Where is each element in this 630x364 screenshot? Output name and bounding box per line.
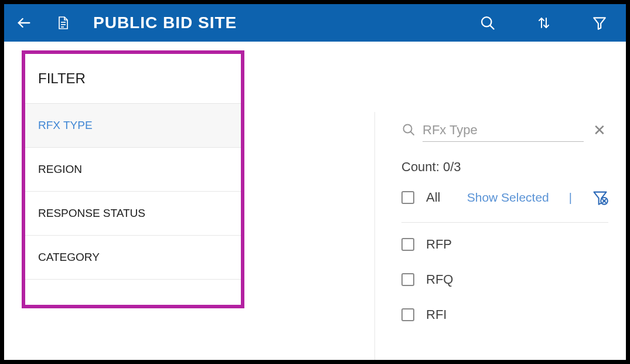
checkbox-rfi[interactable]: [401, 308, 414, 321]
filter-item-rfx-type[interactable]: RFX TYPE: [25, 104, 241, 148]
option-row-rfq[interactable]: RFQ: [401, 272, 608, 287]
option-row-rfi[interactable]: RFI: [401, 307, 608, 322]
search-input[interactable]: [423, 119, 584, 142]
clear-search-icon[interactable]: ✕: [591, 121, 608, 140]
back-icon[interactable]: [16, 15, 32, 31]
filter-header: FILTER: [25, 54, 241, 104]
checkbox-rfq[interactable]: [401, 273, 414, 286]
svg-line-5: [490, 25, 493, 29]
search-icon[interactable]: [479, 15, 496, 31]
sort-icon[interactable]: [537, 14, 551, 32]
svg-marker-8: [594, 18, 605, 29]
filter-item-region[interactable]: REGION: [25, 148, 241, 192]
app-body: FILTER RFX TYPE REGION RESPONSE STATUS C…: [4, 42, 626, 360]
header-right: [479, 14, 614, 32]
option-list: RFP RFQ RFI: [401, 237, 608, 322]
checkbox-rfp[interactable]: [401, 238, 414, 251]
filter-item-category[interactable]: CATEGORY: [25, 236, 241, 280]
page-title: PUBLIC BID SITE: [93, 13, 237, 32]
option-row-rfp[interactable]: RFP: [401, 237, 608, 252]
all-label: All: [426, 190, 440, 205]
all-row: All Show Selected |: [401, 189, 608, 223]
filter-sidebar: FILTER RFX TYPE REGION RESPONSE STATUS C…: [22, 50, 244, 308]
search-row: ✕: [401, 112, 608, 142]
spacer: [253, 42, 374, 360]
option-label: RFP: [426, 237, 452, 252]
filter-item-response-status[interactable]: RESPONSE STATUS: [25, 192, 241, 236]
clear-filter-icon[interactable]: [592, 189, 608, 206]
option-label: RFQ: [426, 272, 453, 287]
header-left: PUBLIC BID SITE: [16, 13, 237, 32]
document-icon[interactable]: [56, 15, 70, 31]
svg-line-10: [411, 131, 414, 135]
app-header: PUBLIC BID SITE: [4, 4, 626, 42]
option-label: RFI: [426, 307, 447, 322]
show-selected-link[interactable]: Show Selected: [467, 190, 549, 205]
search-input-icon: [401, 123, 416, 139]
count-label: Count: 0/3: [401, 159, 608, 175]
outer-frame: PUBLIC BID SITE FILTER RFX TYPE REGION R…: [0, 0, 630, 364]
checkbox-all[interactable]: [401, 191, 414, 204]
app-frame: PUBLIC BID SITE FILTER RFX TYPE REGION R…: [4, 4, 626, 360]
divider: |: [569, 191, 572, 205]
filter-icon[interactable]: [592, 15, 607, 30]
detail-panel: ✕ Count: 0/3 All Show Selected | RFP: [374, 112, 626, 360]
